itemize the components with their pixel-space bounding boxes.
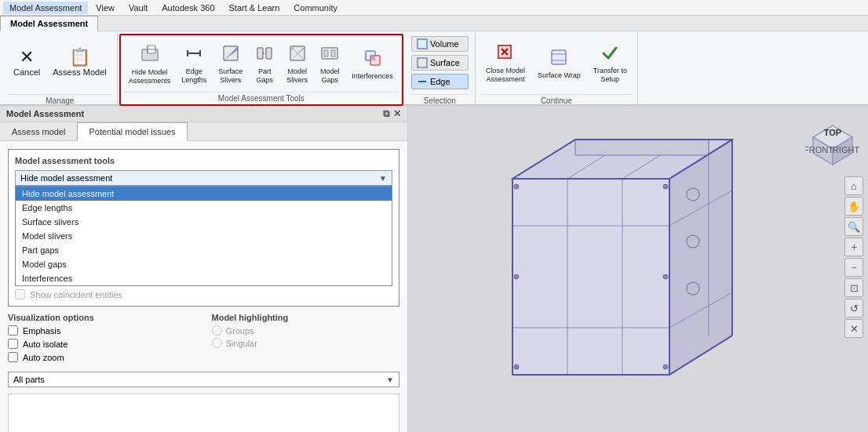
mat-group: Hide ModelAssessments EdgeLengths — [119, 34, 403, 106]
dropdown-list: Hide model assessment Edge lengths Surfa… — [15, 186, 392, 286]
nav-cube-svg[interactable]: TOP FRONT RIGHT — [805, 114, 860, 169]
option-model-gaps[interactable]: Model gaps — [16, 257, 392, 271]
tab-model-assessment[interactable]: Model Assessment — [0, 16, 98, 31]
ribbon-tabs: Model Assessment — [0, 16, 868, 31]
svg-point-47 — [663, 184, 668, 189]
edge-label: Edge — [430, 77, 450, 86]
panel-titlebar: Model Assessment ⧉ ✕ — [0, 106, 407, 122]
singular-label: Singular — [226, 339, 257, 348]
show-coincident-checkbox[interactable] — [15, 289, 25, 299]
groups-label: Groups — [226, 326, 254, 336]
svg-point-49 — [663, 274, 668, 279]
model-highlight-title: Model highlighting — [212, 313, 400, 322]
menu-autodesk360[interactable]: Autodesk 360 — [155, 2, 221, 14]
zoom-out-button[interactable]: － — [844, 258, 863, 277]
viz-highlight-section: Visualization options Emphasis Auto isol… — [8, 313, 399, 362]
option-model-slivers[interactable]: Model slivers — [16, 229, 392, 243]
manage-group-label: Manage — [8, 94, 112, 105]
fit-button[interactable]: ⊡ — [844, 278, 863, 297]
surface-slivers-button[interactable]: SurfaceSlivers — [213, 37, 248, 92]
all-parts-dropdown[interactable]: All parts ▼ — [8, 372, 399, 387]
groups-radio-row: Groups — [212, 325, 400, 336]
model-gaps-button[interactable]: ModelGaps — [314, 37, 345, 92]
groups-radio[interactable] — [212, 325, 222, 336]
menu-bar: Model Assessment View Vault Autodesk 360… — [0, 0, 868, 16]
viz-options-title: Visualization options — [8, 313, 196, 322]
model-slivers-label: ModelSlivers — [286, 67, 308, 85]
panel-float-icon[interactable]: ⧉ — [383, 108, 390, 119]
emphasis-checkbox[interactable] — [8, 325, 18, 336]
mat-group-label: Model Assessment Tools — [124, 92, 399, 103]
hide-model-label: Hide ModelAssessments — [129, 68, 171, 85]
surface-slivers-icon — [221, 44, 240, 66]
svg-marker-51 — [575, 140, 709, 155]
cancel-button[interactable]: ✕ Cancel — [8, 36, 46, 91]
bottom-text-area — [8, 394, 399, 432]
singular-radio-row: Singular — [212, 338, 400, 348]
svg-rect-28 — [552, 50, 566, 64]
svg-marker-33 — [512, 179, 669, 375]
pan-button[interactable]: ✋ — [844, 197, 863, 216]
surface-button[interactable]: Surface — [411, 55, 469, 71]
volume-label: Volume — [430, 39, 459, 49]
emphasis-label: Emphasis — [23, 326, 60, 336]
assess-model-button[interactable]: 📋 Assess Model — [47, 36, 111, 91]
menu-model-assessment[interactable]: Model Assessment — [3, 2, 88, 14]
emphasis-row: Emphasis — [8, 325, 196, 336]
panel-content: Model assessment tools Hide model assess… — [0, 141, 407, 432]
menu-vault[interactable]: Vault — [122, 2, 154, 14]
model-area — [408, 106, 837, 432]
menu-view[interactable]: View — [89, 2, 121, 14]
auto-zoom-checkbox[interactable] — [8, 352, 18, 362]
close-viewport-button[interactable]: ✕ — [844, 319, 863, 338]
ribbon-content: ✕ Cancel 📋 Assess Model Manage — [0, 31, 868, 108]
svg-point-50 — [514, 274, 519, 279]
svg-rect-9 — [257, 48, 263, 59]
edge-lengths-button[interactable]: EdgeLengths — [176, 37, 212, 92]
svg-rect-23 — [418, 58, 427, 67]
close-model-assessment-button[interactable]: Close ModelAssessment — [480, 36, 531, 91]
ribbon: Model Assessment ✕ Cancel 📋 Assess Model… — [0, 16, 868, 106]
menu-community[interactable]: Community — [287, 2, 344, 14]
svg-rect-18 — [331, 50, 335, 56]
part-gaps-button[interactable]: PartGaps — [249, 37, 280, 92]
surface-wrap-button[interactable]: Surface Wrap — [532, 36, 586, 91]
tab-potential-issues[interactable]: Potential model issues — [77, 122, 187, 141]
home-view-button[interactable]: ⌂ — [844, 176, 863, 195]
edge-lengths-icon — [184, 44, 203, 66]
tools-box-title: Model assessment tools — [15, 156, 392, 165]
option-interferences[interactable]: Interferences — [16, 271, 392, 285]
auto-isolate-checkbox[interactable] — [8, 339, 18, 349]
tools-box: Model assessment tools Hide model assess… — [8, 149, 399, 307]
surface-label: Surface — [430, 58, 460, 67]
hide-model-icon — [140, 43, 160, 67]
option-part-gaps[interactable]: Part gaps — [16, 243, 392, 257]
transfer-to-setup-button[interactable]: Transfer toSetup — [588, 36, 633, 91]
singular-radio[interactable] — [212, 338, 222, 348]
panel-close-icon[interactable]: ✕ — [393, 108, 401, 119]
svg-point-48 — [663, 365, 668, 369]
svg-point-46 — [514, 365, 519, 369]
hide-model-assessments-button[interactable]: Hide ModelAssessments — [124, 37, 176, 92]
rotate-button[interactable]: ↺ — [844, 299, 863, 318]
option-edge-lengths[interactable]: Edge lengths — [16, 201, 392, 215]
zoom-button[interactable]: 🔍 — [844, 217, 863, 236]
viewport-tools: ⌂ ✋ 🔍 ＋ － ⊡ ↺ ✕ — [844, 176, 863, 338]
model-gaps-label: ModelGaps — [320, 67, 340, 85]
zoom-in-button[interactable]: ＋ — [844, 238, 863, 256]
volume-button[interactable]: Volume — [411, 36, 469, 52]
interferences-button[interactable]: Interferences — [346, 37, 399, 92]
model-slivers-button[interactable]: ModelSlivers — [281, 37, 313, 92]
edge-button[interactable]: Edge — [411, 74, 469, 89]
dropdown-selected-value: Hide model assessment — [20, 173, 112, 183]
close-model-label: Close ModelAssessment — [486, 67, 525, 84]
menu-start-learn[interactable]: Start & Learn — [223, 2, 286, 14]
option-surface-slivers[interactable]: Surface slivers — [16, 215, 392, 229]
cancel-label: Cancel — [13, 67, 40, 78]
tab-assess-model[interactable]: Assess model — [0, 122, 77, 140]
manage-buttons: ✕ Cancel 📋 Assess Model — [8, 34, 112, 94]
option-hide-model-assessment[interactable]: Hide model assessment — [16, 187, 392, 201]
dropdown-header[interactable]: Hide model assessment ▼ — [15, 170, 392, 186]
part-gaps-icon — [255, 44, 274, 66]
auto-isolate-row: Auto isolate — [8, 339, 196, 349]
